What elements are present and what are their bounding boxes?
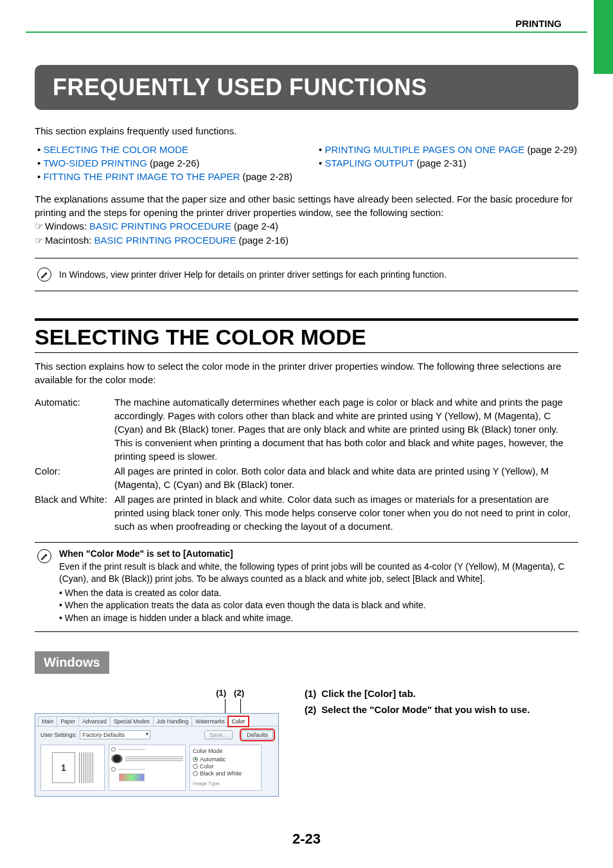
link-suffix: (page 2-29)	[524, 144, 577, 155]
radio-icon	[193, 764, 198, 769]
dialog-figure: (1) (2) Main Paper Advanced Special Mode…	[35, 688, 279, 797]
tab-special-modes[interactable]: Special Modes	[110, 716, 154, 726]
list-item: FITTING THE PRINT IMAGE TO THE PAPER (pa…	[37, 170, 297, 183]
link-suffix: (page 2-4)	[234, 219, 278, 233]
settings-row: User Settings: Factory Defaults Save... …	[35, 727, 278, 743]
os-prefix: Macintosh:	[45, 233, 92, 247]
color-mode-title: Color Mode	[193, 748, 258, 754]
page-number: 2-23	[0, 831, 613, 847]
section-intro: This section explains how to select the …	[35, 359, 578, 386]
section-heading: SELECTING THE COLOR MODE	[35, 318, 578, 353]
defaults-button[interactable]: Defaults	[242, 730, 273, 739]
page-title-bar: FREQUENTLY USED FUNCTIONS	[35, 65, 578, 110]
step-1: (1) Click the [Color] tab.	[305, 688, 578, 699]
page-thumb: 1	[52, 752, 75, 783]
user-settings-label: User Settings:	[40, 732, 77, 738]
definition-term: Black and White:	[35, 493, 114, 533]
step-number: (1)	[305, 688, 316, 699]
intro-text: This section explains frequently used fu…	[35, 125, 578, 136]
header-section-label: PRINTING	[26, 18, 587, 29]
link[interactable]: BASIC PRINTING PROCEDURE	[94, 233, 236, 247]
note-sublist: When the data is created as color data. …	[59, 587, 576, 625]
radio-bw[interactable]: Black and White	[193, 770, 258, 777]
options-panel: ——————— ———————	[109, 745, 186, 791]
radio-icon	[193, 757, 198, 762]
link-columns: SELECTING THE COLOR MODE TWO-SIDED PRINT…	[35, 143, 578, 183]
tab-job-handling[interactable]: Job Handling	[153, 716, 193, 726]
pencil-icon	[37, 549, 51, 563]
list-item: TWO-SIDED PRINTING (page 2-26)	[37, 156, 297, 170]
definition-row: Automatic: The machine automatically det…	[35, 395, 578, 463]
step-2: (2) Select the "Color Mode" that you wis…	[305, 704, 578, 715]
binder-graphic	[79, 752, 93, 783]
user-settings-dropdown[interactable]: Factory Defaults	[80, 730, 150, 739]
list-item: STAPLING OUTPUT (page 2-31)	[319, 156, 578, 170]
pencil-icon	[37, 267, 51, 282]
page-header: PRINTING	[0, 0, 613, 33]
callout-label: (1)	[216, 688, 226, 698]
assumption-text: The explanations assume that the paper s…	[35, 192, 578, 219]
tabs-row: Main Paper Advanced Special Modes Job Ha…	[35, 714, 278, 727]
note-box: When "Color Mode" is set to [Automatic] …	[35, 542, 578, 632]
definition-desc: All pages are printed in color. Both col…	[114, 464, 578, 491]
link-suffix: (page 2-26)	[147, 158, 200, 168]
note-text: In Windows, view printer driver Help for…	[59, 269, 447, 280]
link[interactable]: PRINTING MULTIPLE PAGES ON ONE PAGE	[324, 144, 524, 155]
link-suffix: (page 2-16)	[238, 233, 289, 247]
list-item: When an image is hidden under a black an…	[59, 612, 576, 625]
preview-panel: 1	[40, 745, 105, 791]
definition-desc: All pages are printed in black and white…	[114, 493, 578, 533]
callout-lines	[35, 699, 279, 713]
definition-term: Color:	[35, 464, 114, 491]
link-list-left: SELECTING THE COLOR MODE TWO-SIDED PRINT…	[35, 143, 297, 183]
image-type-label: Image Type	[193, 781, 258, 786]
os-prefix: Windows:	[45, 219, 87, 233]
radio-label: Color	[200, 763, 214, 770]
definition-desc: The machine automatically determines whe…	[114, 395, 578, 463]
save-button[interactable]: Save...	[204, 730, 233, 739]
panel-row: 1 ———————	[35, 743, 278, 796]
color-mode-panel: Color Mode Automatic Color Black and Whi…	[190, 745, 262, 791]
radio-color[interactable]: Color	[193, 763, 258, 770]
printer-dialog: Main Paper Advanced Special Modes Job Ha…	[35, 713, 279, 797]
link[interactable]: TWO-SIDED PRINTING	[43, 158, 147, 168]
list-item: SELECTING THE COLOR MODE	[37, 143, 297, 156]
pointer-icon: ☞	[35, 220, 42, 233]
page-title: FREQUENTLY USED FUNCTIONS	[53, 74, 560, 101]
header-rule	[26, 32, 587, 33]
link-suffix: (page 2-31)	[414, 158, 466, 168]
list-item: When the data is created as color data.	[59, 587, 576, 600]
windows-tag: Windows	[35, 651, 109, 674]
link[interactable]: SELECTING THE COLOR MODE	[43, 144, 188, 155]
tab-main[interactable]: Main	[38, 716, 57, 726]
tab-advanced[interactable]: Advanced	[78, 716, 111, 726]
link-list-right: PRINTING MULTIPLE PAGES ON ONE PAGE (pag…	[316, 143, 578, 170]
definition-row: Color: All pages are printed in color. B…	[35, 464, 578, 491]
radio-automatic[interactable]: Automatic	[193, 756, 258, 763]
link-suffix: (page 2-28)	[240, 171, 292, 182]
note-title: When "Color Mode" is set to [Automatic]	[59, 548, 576, 561]
tab-watermarks[interactable]: Watermarks	[191, 716, 229, 726]
list-item: When the application treats the data as …	[59, 599, 576, 612]
assumption-block: The explanations assume that the paper s…	[35, 192, 578, 248]
pointer-icon: ☞	[35, 234, 42, 248]
edge-tab	[594, 0, 613, 74]
list-item: PRINTING MULTIPLE PAGES ON ONE PAGE (pag…	[319, 143, 578, 156]
definition-term: Automatic:	[35, 395, 114, 463]
note-box: In Windows, view printer driver Help for…	[35, 258, 578, 291]
link[interactable]: FITTING THE PRINT IMAGE TO THE PAPER	[43, 171, 240, 182]
radio-label: Automatic	[200, 756, 226, 763]
callout-label: (2)	[234, 688, 244, 698]
step-text: Select the "Color Mode" that you wish to…	[321, 704, 529, 715]
steps-list: (1) Click the [Color] tab. (2) Select th…	[305, 688, 578, 797]
tab-color[interactable]: Color	[228, 716, 249, 727]
note-body: Even if the print result is black and wh…	[59, 561, 576, 586]
link[interactable]: BASIC PRINTING PROCEDURE	[89, 219, 231, 233]
procedure-row: (1) (2) Main Paper Advanced Special Mode…	[35, 688, 578, 797]
radio-icon	[193, 771, 198, 776]
step-number: (2)	[305, 704, 316, 715]
tab-paper[interactable]: Paper	[57, 716, 79, 726]
definition-row: Black and White: All pages are printed i…	[35, 493, 578, 533]
link[interactable]: STAPLING OUTPUT	[324, 158, 414, 168]
radio-label: Black and White	[200, 770, 242, 777]
